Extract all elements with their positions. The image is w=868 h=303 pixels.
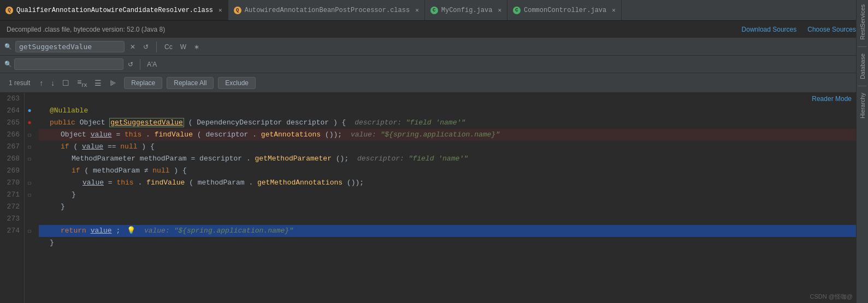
info-bar: Decompiled .class file, bytecode version… <box>0 21 868 38</box>
choose-sources-link[interactable]: Choose Sources... <box>807 26 861 33</box>
code-indent-265: Object value = this . findValue ( descri… <box>61 129 500 141</box>
tab-autowired[interactable]: Q AutowiredAnnotationBeanPostProcessor.c… <box>228 0 425 20</box>
gutter-266: ◻ <box>25 129 34 141</box>
code-kw-this2: this <box>116 179 133 187</box>
code-kw-this: this <box>125 130 141 139</box>
code-bracket-fv2-open: ( <box>189 179 193 187</box>
code-kw-null: null <box>120 142 137 151</box>
code-indent-264: @Nullable <box>50 105 88 117</box>
code-method-findvalue2: findValue <box>146 179 185 187</box>
code-bracket-if-close: ) { <box>141 142 154 151</box>
code-op-eq: == <box>108 142 120 151</box>
watermark: CSDN @怪咖@ <box>810 293 853 301</box>
code-indent-267: MethodParameter methodParam = descriptor… <box>72 153 468 165</box>
tab-myconfig[interactable]: C MyConfig.java ✕ <box>425 0 507 20</box>
code-line-272 <box>39 213 864 225</box>
line-num-273: 273 <box>4 213 20 225</box>
gutter-274: ◻ <box>25 225 34 237</box>
funnel-button[interactable]: ⫸ <box>107 77 120 89</box>
info-links: Download Sources Choose Sources... <box>742 26 861 33</box>
code-bracket-close: ) { <box>333 118 346 127</box>
prev-result-button[interactable]: ↑ <box>37 77 46 89</box>
search-bar: 🔍 ✕ ↺ Cc W ∗ <box>0 38 868 56</box>
font-size-button[interactable]: A'A <box>145 60 159 69</box>
tab-commoncontroller[interactable]: C CommonController.java ✕ <box>507 0 622 20</box>
exclude-button[interactable]: Exclude <box>218 77 256 89</box>
tab-close-myconfig[interactable]: ✕ <box>498 7 501 14</box>
code-kw-if2: if <box>72 167 80 175</box>
code-hint-descriptor: descriptor: "field 'name'" <box>355 118 465 127</box>
code-line-263 <box>39 93 864 105</box>
match-case-button[interactable]: Cc <box>162 42 175 52</box>
redo-search-button[interactable]: ↺ <box>141 42 151 52</box>
gutter-273 <box>25 213 34 225</box>
sidebar-item-hierarchy[interactable]: Hierarchy <box>859 88 866 123</box>
line-num-263: 263 <box>4 93 20 105</box>
code-kw-return: return <box>61 227 86 235</box>
code-var-value: value <box>91 130 112 139</box>
sidebar-item-database[interactable]: Database <box>859 49 866 84</box>
tab-bar: Q QualifierAnnotationAutowireCandidateRe… <box>0 0 868 21</box>
code-line-264b: public Object getSuggestedValue ( Depend… <box>39 117 864 129</box>
line-num-267: 267 <box>4 141 20 153</box>
code-bracket-close-274: } <box>50 239 54 247</box>
code-indent-268: if ( methodParam ≠ null ) { <box>72 165 187 177</box>
gutter-264: ● <box>25 105 34 117</box>
code-bracket-ga: ()); <box>325 130 342 139</box>
code-op-dot2: . <box>252 130 257 139</box>
replace-row: 🔍 ↺ A'A <box>0 56 868 73</box>
code-bracket-if2-open: ( <box>84 167 88 175</box>
tab-close-autowired[interactable]: ✕ <box>415 7 419 14</box>
replace-button[interactable]: Replace <box>124 77 162 89</box>
code-line-273: return value ; 💡 value: "${spring.applic… <box>39 225 864 237</box>
code-area[interactable]: @Nullable public Object getSuggestedValu… <box>34 93 868 303</box>
line-num-264: 264 <box>4 105 20 117</box>
tab-icon-myconfig: C <box>430 7 438 14</box>
tab-icon-autowired: Q <box>234 7 241 14</box>
regex-button[interactable]: ∗ <box>192 42 202 52</box>
code-indent-270: } <box>72 189 76 201</box>
code-op-dot1: . <box>146 130 150 139</box>
sidebar-item-restservices[interactable]: RestServices <box>859 0 866 44</box>
code-indent-266: if ( value == null ) { <box>61 141 155 153</box>
replace-divider <box>140 59 140 70</box>
replace-all-button[interactable]: Replace All <box>167 77 214 89</box>
tab-qualifier[interactable]: Q QualifierAnnotationAutowireCandidateRe… <box>0 0 228 20</box>
code-line-266: if ( value == null ) { <box>39 141 864 153</box>
download-sources-link[interactable]: Download Sources <box>742 26 797 33</box>
tab-close-qualifier[interactable]: ✕ <box>219 7 222 14</box>
gutter-271: ◻ <box>25 189 34 201</box>
whole-word-button[interactable]: W <box>178 42 188 52</box>
code-op-dot3: . <box>246 155 251 163</box>
search-input[interactable] <box>19 43 117 51</box>
result-count: 1 result <box>4 79 34 87</box>
gutter-268: ◻ <box>25 153 34 165</box>
results-bar: 1 result ↑ ↓ ☐ ≡rx ☰ ⫸ Replace Replace A… <box>0 73 868 93</box>
tab-icon-commoncontroller: C <box>513 7 521 14</box>
line-num-265: 265 <box>4 117 20 129</box>
replace-icon: 🔍 <box>4 61 12 68</box>
replace-input[interactable] <box>18 60 116 68</box>
code-param-desc2: descriptor <box>205 130 248 139</box>
code-hint-value: value: "${spring.application.name}" <box>351 130 500 139</box>
code-line-264: @Nullable <box>39 105 864 117</box>
tab-label-qualifier: QualifierAnnotationAutowireCandidateReso… <box>16 7 213 14</box>
code-param-methodparam2: methodParam <box>93 167 140 175</box>
clear-search-button[interactable]: ✕ <box>128 42 138 52</box>
code-line-274: } <box>39 237 864 249</box>
regex-match-button[interactable]: ≡rx <box>74 76 90 90</box>
code-method-getannotations: getAnnotations <box>261 130 321 139</box>
code-bracket-close-271: } <box>61 203 65 211</box>
code-var-value3: value <box>82 179 104 187</box>
redo-replace-button[interactable]: ↺ <box>126 60 135 69</box>
tab-close-commoncontroller[interactable]: ✕ <box>612 7 616 14</box>
replace-input-wrap <box>14 58 123 70</box>
line-num-266: 266 <box>4 129 20 141</box>
line-num-272: 272 <box>4 201 20 213</box>
code-type-object: Object <box>80 118 110 127</box>
expand-button[interactable]: ☐ <box>60 77 72 89</box>
line-num-268: 268 <box>4 153 20 165</box>
line-num-270: 270 <box>4 177 20 189</box>
next-result-button[interactable]: ↓ <box>48 77 57 89</box>
filter-button[interactable]: ☰ <box>92 77 104 89</box>
